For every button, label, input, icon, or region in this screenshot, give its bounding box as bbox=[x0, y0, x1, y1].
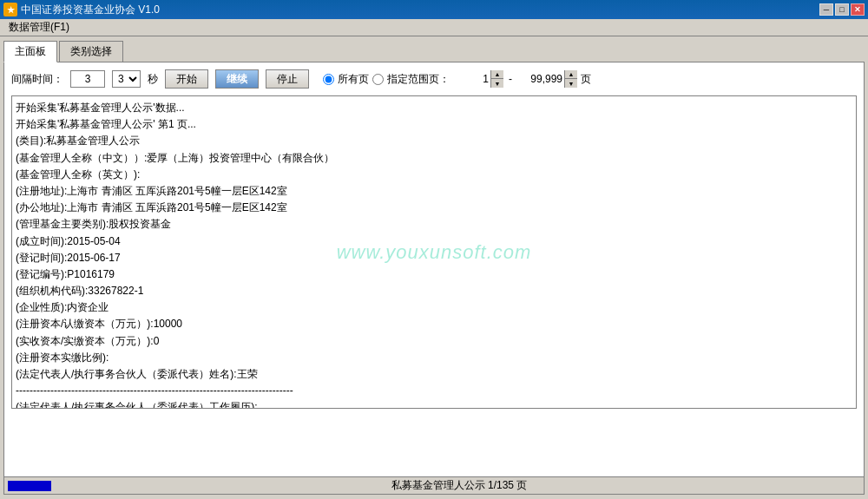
text-line: (基金管理人全称（中文））:爱厚（上海）投资管理中心（有限合伙） bbox=[16, 150, 852, 167]
window-controls: ─ □ ✕ bbox=[819, 3, 865, 16]
text-line: (注册资本实缴比例): bbox=[16, 350, 852, 366]
radio-group: 所有页 指定范围页： bbox=[323, 72, 450, 87]
page-end-up[interactable]: ▲ bbox=[565, 70, 577, 79]
text-line: (登记时间):2015-06-17 bbox=[16, 250, 852, 266]
text-line: (企业性质):内资企业 bbox=[16, 299, 852, 316]
status-text: 私募基金管理人公示 1/135 页 bbox=[58, 478, 860, 493]
page-end-input[interactable] bbox=[517, 70, 565, 88]
text-line: (成立时间):2015-05-04 bbox=[16, 233, 852, 250]
text-line: 开始采集'私募基金管理人公示'数据... bbox=[16, 100, 852, 116]
app-icon: ★ bbox=[3, 3, 17, 16]
menu-bar: 数据管理(F1) bbox=[0, 19, 868, 36]
page-end-down[interactable]: ▼ bbox=[565, 79, 577, 88]
page-start-down[interactable]: ▼ bbox=[491, 79, 503, 88]
text-line: (组织机构代码):33267822-1 bbox=[16, 283, 852, 299]
all-pages-radio[interactable] bbox=[323, 74, 334, 85]
text-line: (类目):私募基金管理人公示 bbox=[16, 133, 852, 149]
text-line: (办公地址):上海市 青浦区 五厍浜路201号5幢一层E区142室 bbox=[16, 200, 852, 216]
continue-button[interactable]: 继续 bbox=[215, 69, 259, 89]
title-bar: ★ 中国证券投资基金业协会 V1.0 ─ □ ✕ bbox=[0, 0, 868, 19]
text-line: (注册地址):上海市 青浦区 五厍浜路201号5幢一层E区142室 bbox=[16, 183, 852, 200]
interval-unit-select[interactable]: 3 bbox=[112, 70, 141, 88]
start-button[interactable]: 开始 bbox=[165, 69, 208, 89]
page-start-input[interactable] bbox=[457, 70, 491, 88]
toolbar-row: 间隔时间： 3 秒 开始 继续 停止 所有页 指定范围页： ▲ ▼ bbox=[11, 69, 857, 89]
text-line: (登记编号):P1016179 bbox=[16, 266, 852, 283]
text-line: (注册资本/认缴资本（万元）):10000 bbox=[16, 316, 852, 332]
text-line: 开始采集'私募基金管理人公示' 第1 页... bbox=[16, 116, 852, 133]
interval-label: 间隔时间： bbox=[11, 72, 63, 87]
content-panel: 间隔时间： 3 秒 开始 继续 停止 所有页 指定范围页： ▲ ▼ bbox=[3, 62, 865, 495]
interval-unit-label: 秒 bbox=[148, 72, 158, 87]
text-content: 开始采集'私募基金管理人公示'数据...开始采集'私募基金管理人公示' 第1 页… bbox=[16, 100, 852, 409]
text-line: (法定代表人/执行事务合伙人（委派代表）姓名):王荣 bbox=[16, 366, 852, 383]
range-pages-label: 指定范围页： bbox=[387, 72, 450, 87]
close-button[interactable]: ✕ bbox=[851, 3, 865, 16]
tab-category-select[interactable]: 类别选择 bbox=[59, 41, 123, 62]
text-line: (实收资本/实缴资本（万元）):0 bbox=[16, 333, 852, 350]
status-bar: 私募基金管理人公示 1/135 页 bbox=[4, 476, 864, 494]
minimize-button[interactable]: ─ bbox=[819, 3, 833, 16]
tab-main-panel[interactable]: 主面板 bbox=[3, 41, 57, 62]
text-line: ----------------------------------------… bbox=[16, 383, 852, 399]
page-unit-label: 页 bbox=[581, 72, 591, 87]
menu-data-manage[interactable]: 数据管理(F1) bbox=[3, 19, 75, 36]
range-pages-radio[interactable] bbox=[372, 74, 384, 85]
interval-input[interactable] bbox=[70, 70, 105, 88]
text-line: (法定代表人/执行事务合伙人（委派代表）工作履历): bbox=[16, 399, 852, 409]
progress-bar bbox=[8, 481, 51, 491]
page-end-spin: ▲ ▼ bbox=[517, 70, 577, 88]
tab-strip: 主面板 类别选择 bbox=[3, 40, 865, 62]
text-output-area[interactable]: www.youxunsoft.com 开始采集'私募基金管理人公示'数据...开… bbox=[11, 95, 857, 409]
page-range-inputs: ▲ ▼ - ▲ ▼ 页 bbox=[457, 70, 591, 88]
range-separator: - bbox=[507, 73, 514, 85]
all-pages-label: 所有页 bbox=[338, 72, 369, 87]
text-line: (管理基金主要类别):股权投资基金 bbox=[16, 216, 852, 233]
stop-button[interactable]: 停止 bbox=[266, 69, 309, 89]
app-title: 中国证券投资基金业协会 V1.0 bbox=[21, 3, 160, 17]
page-start-spin: ▲ ▼ bbox=[457, 70, 503, 88]
page-start-up[interactable]: ▲ bbox=[491, 70, 503, 79]
maximize-button[interactable]: □ bbox=[835, 3, 849, 16]
main-window: 主面板 类别选择 间隔时间： 3 秒 开始 继续 停止 所有页 指定范围页： bbox=[0, 36, 868, 499]
text-line: (基金管理人全称（英文）): bbox=[16, 167, 852, 183]
